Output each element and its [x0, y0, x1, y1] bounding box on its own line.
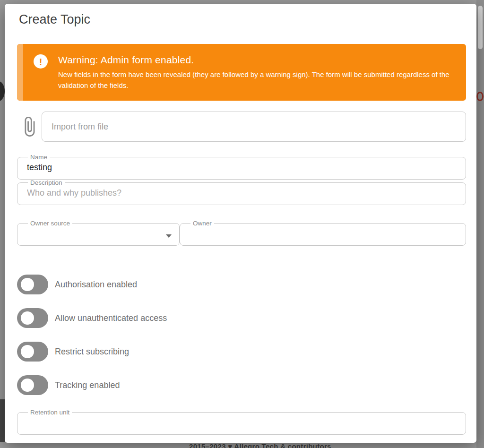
import-from-file-row — [17, 112, 466, 142]
switch-knob — [21, 379, 34, 392]
toggle-switch[interactable] — [17, 275, 48, 294]
background-page-fragment — [476, 92, 484, 101]
name-input[interactable] — [24, 162, 459, 172]
name-field-label: Name — [28, 154, 50, 161]
retention-unit-label: Retention unit — [28, 409, 72, 416]
admin-warning-banner: ! Warning: Admin form enabled. New field… — [17, 44, 466, 101]
background-page-fragment — [0, 81, 5, 101]
footer-text: 2015–2023 ♥ Allegro.Tech & contributors — [189, 442, 331, 448]
switch-knob — [21, 311, 34, 325]
toggle-authorisation-enabled[interactable]: Authorisation enabled — [17, 275, 466, 294]
retention-unit-field: Retention unit — [17, 409, 466, 435]
toggle-allow-unauthenticated-access[interactable]: Allow unauthenticated access — [17, 308, 466, 328]
warning-title: Warning: Admin form enabled. — [58, 54, 458, 66]
create-topic-dialog: Create Topic ! Warning: Admin form enabl… — [5, 4, 476, 443]
scrollbar-track[interactable] — [476, 0, 484, 448]
owner-field: Owner — [180, 220, 466, 246]
toggle-switch[interactable] — [17, 342, 48, 362]
toggle-label: Restrict subscribing — [55, 347, 129, 357]
owner-row: Owner source Owner — [17, 220, 466, 246]
section-divider — [17, 263, 466, 263]
toggle-label: Allow unauthenticated access — [55, 313, 167, 323]
warning-banner-stripe — [17, 44, 23, 101]
owner-source-select[interactable] — [24, 227, 173, 246]
paperclip-icon[interactable] — [17, 116, 42, 138]
description-field: Description — [17, 180, 466, 205]
toggle-tracking-enabled[interactable]: Tracking enabled — [17, 375, 466, 395]
dialog-title: Create Topic — [19, 12, 466, 27]
toggle-label: Authorisation enabled — [55, 280, 137, 290]
description-input[interactable] — [24, 187, 459, 198]
import-from-file-input[interactable] — [42, 112, 466, 142]
toggle-switch[interactable] — [17, 375, 48, 395]
toggle-label: Tracking enabled — [55, 380, 120, 390]
toggle-group: Authorisation enabled Allow unauthentica… — [17, 275, 466, 395]
switch-knob — [21, 278, 34, 291]
chevron-down-icon — [166, 234, 172, 238]
owner-input[interactable] — [187, 228, 459, 239]
toggle-switch[interactable] — [17, 308, 48, 328]
scrollbar-thumb[interactable] — [478, 6, 483, 49]
warning-message: New fields in the form have been reveale… — [58, 69, 458, 91]
description-field-label: Description — [28, 180, 65, 186]
warning-exclamation-icon: ! — [34, 54, 48, 69]
switch-knob — [21, 345, 34, 358]
retention-unit-input[interactable] — [24, 417, 459, 428]
owner-source-field: Owner source — [17, 220, 180, 246]
name-field: Name — [17, 154, 466, 180]
owner-source-label: Owner source — [28, 220, 72, 227]
toggle-restrict-subscribing[interactable]: Restrict subscribing — [17, 342, 466, 362]
owner-field-label: Owner — [190, 220, 214, 227]
